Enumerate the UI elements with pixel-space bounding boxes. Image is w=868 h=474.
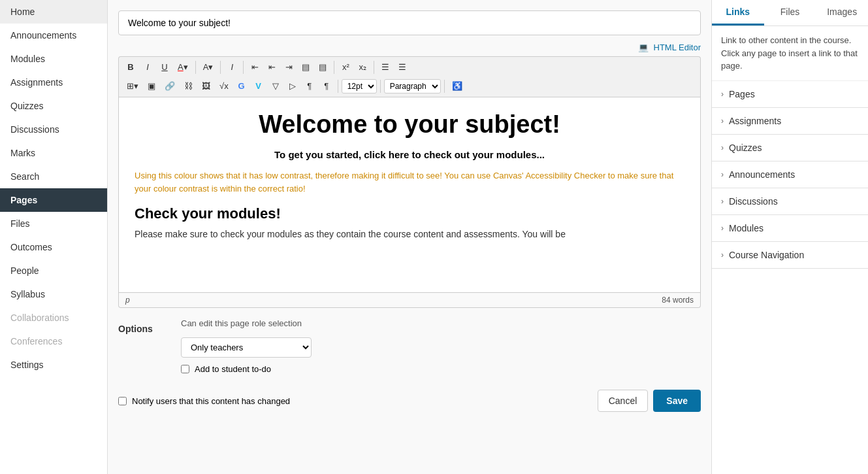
sidebar-item-conferences[interactable]: Conferences [0,330,107,353]
highlight-button[interactable]: A▾ [199,59,217,75]
align-left-button[interactable]: ⇤ [247,59,263,75]
page-title-input[interactable] [118,10,701,35]
word-count: 84 words [662,296,694,305]
math-button[interactable]: √x [216,78,233,94]
accordion-item-modules[interactable]: ›Modules [712,215,868,242]
table-button[interactable]: ⊞▾ [123,78,142,94]
sidebar-item-outcomes[interactable]: Outcomes [0,235,107,259]
embed2-button[interactable]: ▷ [285,78,300,94]
font-size-select[interactable]: 12pt [342,79,377,93]
toolbar-sep-8 [444,80,445,93]
rp-tab-files[interactable]: Files [764,0,816,25]
sidebar: HomeAnnouncementsModulesAssignmentsQuizz… [0,0,108,474]
html-editor-link[interactable]: HTML Editor [654,42,701,52]
numbered-list-button[interactable]: ☰ [394,59,410,75]
sidebar-item-settings[interactable]: Settings [0,353,107,377]
paragraph-select[interactable]: Paragraph [384,79,441,93]
accordion-item-quizzes[interactable]: ›Quizzes [712,135,868,161]
editor-check-heading: Check your modules! [135,205,684,222]
right-panel-accordion: ›Pages›Assignments›Quizzes›Announcements… [712,81,868,269]
align-right-button[interactable]: ⇥ [281,59,297,75]
accordion-label: Quizzes [729,143,762,153]
accordion-header-course-navigation[interactable]: ›Course Navigation [712,242,868,268]
align-center-button[interactable]: ⇤ [264,59,280,75]
link-button[interactable]: 🔗 [161,78,179,94]
accordion-header-quizzes[interactable]: ›Quizzes [712,135,868,161]
save-button[interactable]: Save [653,390,701,412]
toolbar-sep-5 [374,61,374,74]
role-select[interactable]: Only teachers Teachers and Students Anyo… [181,337,312,358]
rp-tab-links[interactable]: Links [712,0,764,25]
underline-button[interactable]: U [157,59,172,75]
chevron-right-icon: › [721,143,724,152]
sidebar-item-pages[interactable]: Pages [0,188,107,212]
text-color-button[interactable]: A▾ [174,59,192,75]
accordion-item-assignments[interactable]: ›Assignments [712,108,868,135]
right-panel-tabs: LinksFilesImages [712,0,868,26]
toolbar-row-2: ⊞▾ ▣ 🔗 ⛓ 🖼 √x G V ▽ ▷ ¶ ¶ 12pt Paragraph… [123,78,696,94]
accordion-item-discussions[interactable]: ›Discussions [712,188,868,215]
accordion-label: Pages [729,89,755,99]
notify-checkbox[interactable] [118,397,127,405]
dir-button[interactable]: ¶ [319,78,334,94]
format-button[interactable]: ¶ [302,78,317,94]
notify-label: Notify users that this content has chang… [132,396,290,406]
accordion-header-modules[interactable]: ›Modules [712,215,868,241]
accordion-header-pages[interactable]: ›Pages [712,81,868,107]
indent-button[interactable]: ▤ [315,59,330,75]
italic2-button[interactable]: I [224,59,240,75]
accordion-label: Discussions [729,196,778,207]
toolbar-sep-2 [220,61,221,74]
google-button[interactable]: G [234,78,249,94]
cancel-button[interactable]: Cancel [598,390,649,412]
accordion-label: Assignments [729,116,781,126]
sidebar-item-syllabus[interactable]: Syllabus [0,282,107,306]
toolbar-sep-7 [380,80,381,93]
chevron-right-icon: › [721,250,724,260]
accordion-item-course-navigation[interactable]: ›Course Navigation [712,242,868,269]
html-editor-icon: 💻 [638,42,649,52]
editor-heading: Welcome to your subject! [135,110,684,139]
accordion-header-assignments[interactable]: ›Assignments [712,108,868,134]
notify-row: Notify users that this content has chang… [118,396,290,406]
subscript-button[interactable]: x₂ [355,59,370,75]
accordion-header-discussions[interactable]: ›Discussions [712,188,868,214]
sidebar-item-people[interactable]: People [0,259,107,282]
main-content: 💻 HTML Editor B I U A▾ A▾ I ⇤ ⇤ ⇥ ▤ ▤ x²… [108,0,711,474]
sidebar-item-files[interactable]: Files [0,212,107,235]
accordion-header-announcements[interactable]: ›Announcements [712,161,868,188]
embed-button[interactable]: ▣ [144,78,159,94]
italic-button[interactable]: I [140,59,155,75]
editor-area[interactable]: Welcome to your subject! To get you star… [118,97,701,293]
sidebar-item-collaborations[interactable]: Collaborations [0,306,107,330]
image-button[interactable]: 🖼 [198,78,214,94]
sidebar-item-search[interactable]: Search [0,165,107,188]
chevron-right-icon: › [721,224,724,233]
more-button[interactable]: ▽ [268,78,283,94]
accordion-item-pages[interactable]: ›Pages [712,81,868,108]
sidebar-item-announcements[interactable]: Announcements [0,24,107,47]
sidebar-item-marks[interactable]: Marks [0,141,107,165]
sidebar-item-discussions[interactable]: Discussions [0,118,107,141]
role-caption: Can edit this page role selection [181,318,312,328]
sidebar-item-assignments[interactable]: Assignments [0,71,107,94]
chevron-right-icon: › [721,197,724,206]
sidebar-item-home[interactable]: Home [0,0,107,24]
bullet-list-button[interactable]: ☰ [378,59,393,75]
unlink-button[interactable]: ⛓ [180,78,197,94]
options-controls: Can edit this page role selection Only t… [181,318,312,374]
superscript-button[interactable]: x² [338,59,353,75]
toolbar-sep-1 [195,61,196,74]
accordion-item-announcements[interactable]: ›Announcements [712,161,868,188]
accessibility-button[interactable]: ♿ [448,78,466,94]
sidebar-item-modules[interactable]: Modules [0,47,107,71]
rp-tab-images[interactable]: Images [816,0,868,25]
options-label: Options [118,318,170,334]
options-section: Options Can edit this page role selectio… [118,318,701,374]
student-todo-checkbox[interactable] [181,365,189,373]
align-justify-button[interactable]: ▤ [298,59,313,75]
vimeo-button[interactable]: V [251,78,266,94]
sidebar-item-quizzes[interactable]: Quizzes [0,94,107,118]
bold-button[interactable]: B [123,59,138,75]
action-buttons: Cancel Save [598,390,701,412]
